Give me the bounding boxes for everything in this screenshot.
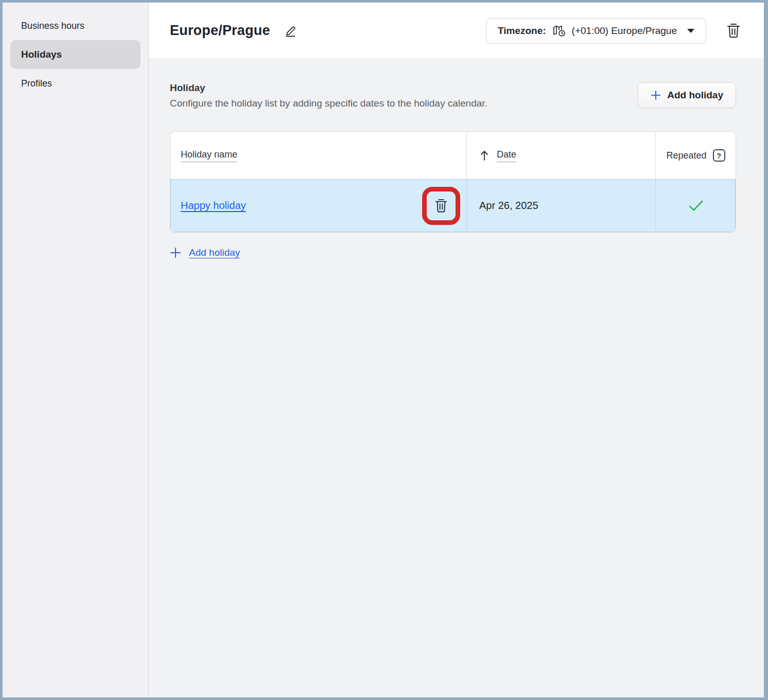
- date-column-header[interactable]: Date: [497, 149, 516, 162]
- plus-icon: [651, 90, 661, 100]
- repeated-column-header: Repeated: [666, 150, 706, 161]
- header-cell-repeated: Repeated ?: [655, 132, 736, 179]
- header-cell-date: Date: [466, 132, 655, 179]
- schedule-header: Europe/Prague Timezone:: [149, 3, 764, 59]
- add-holiday-button-label: Add holiday: [667, 90, 723, 101]
- edit-pencil-icon: [284, 24, 298, 38]
- caret-down-icon: [687, 29, 694, 33]
- repeated-check-icon: [688, 199, 704, 213]
- delete-holiday-button[interactable]: [431, 195, 451, 217]
- settings-sidebar: Business hours Holidays Profiles: [3, 3, 149, 697]
- sidebar-item-holidays[interactable]: Holidays: [10, 40, 141, 69]
- repeated-help-icon[interactable]: ?: [713, 149, 725, 162]
- section-title: Holiday: [170, 82, 487, 94]
- sidebar-item-business-hours[interactable]: Business hours: [3, 11, 148, 40]
- timezone-select[interactable]: Timezone: (+01:00) Europe/Prague: [486, 18, 706, 44]
- row-cell-repeated: [655, 179, 736, 232]
- holiday-date: Apr 26, 2025: [479, 200, 538, 212]
- add-holiday-link-label: Add holiday: [189, 247, 240, 258]
- add-holiday-button[interactable]: Add holiday: [638, 82, 736, 108]
- main-panel: Europe/Prague Timezone:: [149, 3, 764, 697]
- app-window: Business hours Holidays Profiles Europe/…: [0, 0, 768, 700]
- page-title: Europe/Prague: [170, 23, 270, 39]
- row-delete-wrap: [422, 187, 460, 225]
- map-clock-icon: [552, 24, 567, 38]
- holidays-content: Holiday Configure the holiday list by ad…: [149, 59, 764, 260]
- row-cell-date: Apr 26, 2025: [466, 179, 655, 232]
- sidebar-item-profiles[interactable]: Profiles: [3, 69, 148, 98]
- holiday-name-link[interactable]: Happy holiday: [181, 200, 246, 212]
- holiday-name-column-header[interactable]: Holiday name: [181, 149, 237, 162]
- header-cell-holiday-name: Holiday name: [170, 132, 466, 179]
- holiday-table: Holiday name Date Repeated ?: [170, 131, 736, 233]
- timezone-value: (+01:00) Europe/Prague: [572, 25, 677, 37]
- sidebar-item-label: Business hours: [21, 21, 84, 31]
- timezone-label: Timezone:: [498, 25, 546, 37]
- holiday-table-row[interactable]: Happy holiday: [170, 179, 736, 232]
- sort-ascending-icon[interactable]: [479, 149, 490, 162]
- plus-icon: [170, 247, 181, 258]
- edit-title-button[interactable]: [282, 22, 300, 40]
- holiday-section-header: Holiday Configure the holiday list by ad…: [170, 82, 736, 109]
- trash-icon: [726, 23, 741, 39]
- sidebar-item-label: Profiles: [21, 78, 52, 89]
- sidebar-item-label: Holidays: [21, 49, 62, 60]
- holiday-section-text: Holiday Configure the holiday list by ad…: [170, 82, 487, 109]
- trash-icon: [434, 198, 448, 214]
- row-cell-holiday-name: Happy holiday: [170, 179, 466, 232]
- delete-schedule-button[interactable]: [723, 20, 744, 42]
- holiday-table-header: Holiday name Date Repeated ?: [170, 132, 736, 179]
- add-holiday-link[interactable]: Add holiday: [170, 247, 240, 258]
- section-description: Configure the holiday list by adding spe…: [170, 98, 487, 109]
